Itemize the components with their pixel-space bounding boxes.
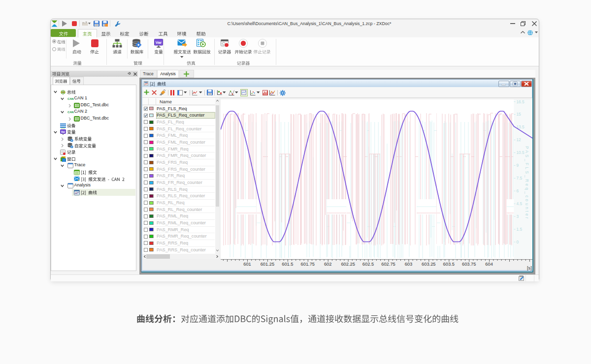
svg-text:1.5: 1.5	[516, 227, 522, 232]
svg-text:Var: Var	[61, 130, 66, 133]
svg-text:CAN: CAN	[67, 97, 73, 100]
svg-text:CAN: CAN	[67, 111, 73, 114]
svg-text:9: 9	[516, 163, 519, 168]
svg-text:Var: Var	[156, 40, 162, 45]
svg-text:6: 6	[516, 188, 519, 193]
svg-text:12: 12	[516, 137, 521, 142]
svg-text:16.5: 16.5	[516, 99, 525, 104]
svg-text:7.5: 7.5	[516, 176, 522, 181]
svg-text:15: 15	[516, 112, 521, 117]
svg-text:4.5: 4.5	[516, 201, 522, 206]
svg-text:10.5: 10.5	[516, 150, 525, 155]
svg-text:3: 3	[516, 214, 519, 219]
svg-text:PAS_FLS_Req_counter: PAS_FLS_Req_counter	[524, 146, 529, 220]
svg-text:0: 0	[516, 240, 519, 244]
